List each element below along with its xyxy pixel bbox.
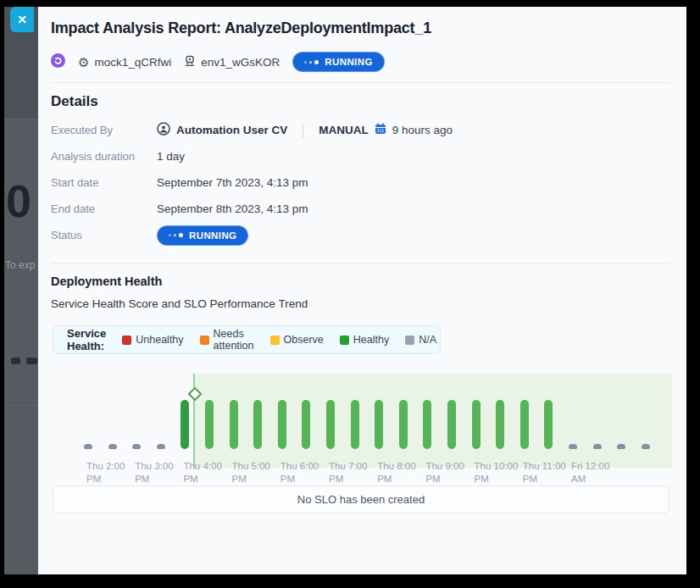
x-axis-tick-label: Thu 5:00PM <box>232 460 270 485</box>
chart-bar[interactable] <box>399 400 408 449</box>
chart-bar[interactable] <box>157 444 165 449</box>
status-badge: RUNNING <box>157 225 248 246</box>
chart-bar[interactable] <box>472 400 481 449</box>
x-axis-tick-label: Thu 9:00PM <box>425 460 464 485</box>
legend-label: Unhealthy <box>136 334 183 346</box>
chart-bar[interactable] <box>205 400 214 449</box>
executed-by-row: Executed By Automation User CV MANUAL <box>51 117 593 143</box>
duration-value: 1 day <box>157 150 185 163</box>
legend-item: Observe <box>270 334 324 346</box>
trigger-mode: MANUAL <box>319 124 369 136</box>
legend-item: Unhealthy <box>122 334 183 346</box>
legend-item: Healthy <box>340 334 389 346</box>
background-toolbar-shape <box>26 358 37 364</box>
x-axis-tick-label: Fri 12:00AM <box>571 460 609 485</box>
environment-name: env1_wGsKOR <box>201 56 280 69</box>
status-value: RUNNING <box>157 225 248 246</box>
background-partial-text: To exp <box>5 259 35 271</box>
chart-bar[interactable] <box>447 400 456 449</box>
x-axis-tick-label: Thu 7:00PM <box>329 460 367 485</box>
chart-bar[interactable] <box>520 400 529 449</box>
chart-bar[interactable] <box>617 444 625 449</box>
calendar-icon <box>375 123 386 137</box>
end-date-row: End date September 8th 2023, 4:13 pm <box>51 196 593 222</box>
legend-title: Service Health: <box>67 327 106 352</box>
value-separator <box>303 123 303 138</box>
status-badge: RUNNING <box>292 52 384 72</box>
environment-meta-item: env1_wGsKOR <box>184 55 280 69</box>
background-toolbar-shape <box>11 358 20 364</box>
legend-item: Needs attention <box>200 328 254 352</box>
chart-bar[interactable] <box>593 444 602 449</box>
status-badge-label: RUNNING <box>189 230 236 241</box>
legend-swatch-icon <box>340 336 349 345</box>
status-label: Status <box>51 229 157 241</box>
chart-bar[interactable] <box>181 400 189 449</box>
x-axis-tick-label: Thu 11:00PM <box>523 460 566 485</box>
chart-bar[interactable] <box>326 400 335 449</box>
report-meta-row: ⚙ mock1_qCRfwi env1_wGsKOR RUNNING <box>51 51 385 73</box>
chart-subtitle: Service Health Score and SLO Performance… <box>51 297 308 310</box>
chart-bar[interactable] <box>423 400 431 449</box>
x-axis-tick-label: Thu 3:00PM <box>135 460 173 485</box>
chart-bar[interactable] <box>253 400 262 449</box>
start-date-row: Start date September 7th 2023, 4:13 pm <box>51 169 593 196</box>
page-title: Impact Analysis Report: AnalyzeDeploymen… <box>51 19 431 37</box>
duration-label: Analysis duration <box>51 150 157 163</box>
service-health-legend: Service Health: UnhealthyNeeds attention… <box>53 325 441 354</box>
workflow-meta-item: ⚙ mock1_qCRfwi <box>78 56 171 69</box>
environment-icon <box>184 55 196 69</box>
background-metric-number: 0 <box>6 175 31 227</box>
executed-by-value: Automation User CV MANUAL 9 hours ago <box>157 122 453 138</box>
impact-analysis-drawer: Impact Analysis Report: AnalyzeDeploymen… <box>38 7 686 574</box>
legend-label: Observe <box>284 334 324 346</box>
details-table: Executed By Automation User CV MANUAL <box>51 117 593 248</box>
gear-icon: ⚙ <box>78 56 89 69</box>
slo-empty-state: No SLO has been created <box>53 485 669 513</box>
running-dots-icon <box>169 233 183 237</box>
user-icon <box>157 122 170 138</box>
start-date-value: September 7th 2023, 4:13 pm <box>157 176 308 189</box>
end-date-value: September 8th 2023, 4:13 pm <box>157 202 308 215</box>
chart-bar[interactable] <box>544 400 553 449</box>
close-icon: ✕ <box>17 13 27 26</box>
slo-empty-message: No SLO has been created <box>297 493 425 506</box>
header-divider <box>51 82 671 83</box>
start-date-label: Start date <box>51 176 157 189</box>
workflow-app-icon <box>51 53 65 71</box>
legend-label: Healthy <box>353 334 389 346</box>
chart-bar[interactable] <box>496 400 504 449</box>
legend-swatch-icon <box>122 336 131 345</box>
executed-time: 9 hours ago <box>392 124 453 136</box>
duration-row: Analysis duration 1 day <box>51 143 593 169</box>
x-axis-tick-label: Thu 10:00PM <box>475 460 519 485</box>
dimmed-background-page: 0 To exp <box>4 7 38 574</box>
chart-bar[interactable] <box>84 444 92 449</box>
running-dots-icon <box>304 60 319 64</box>
legend-label: N/A <box>419 334 436 346</box>
legend-swatch-icon <box>270 336 280 345</box>
deployment-health-heading: Deployment Health <box>51 275 162 288</box>
legend-swatch-icon <box>405 336 414 345</box>
x-axis-tick-label: Thu 2:00PM <box>86 460 125 485</box>
chart-bar[interactable] <box>302 400 310 449</box>
chart-bar[interactable] <box>278 400 286 449</box>
chart-bar[interactable] <box>351 400 359 449</box>
chart-bar[interactable] <box>230 400 238 449</box>
x-axis-tick-label: Thu 8:00PM <box>377 460 415 485</box>
executed-by-user: Automation User CV <box>176 124 287 136</box>
close-button[interactable]: ✕ <box>10 7 34 32</box>
section-divider <box>51 263 671 263</box>
end-date-label: End date <box>51 202 157 215</box>
chart-bar[interactable] <box>642 444 650 449</box>
health-chart: Thu 2:00PMThu 3:00PMThu 4:00PMThu 5:00PM… <box>51 363 678 488</box>
x-axis-tick-label: Thu 4:00PM <box>183 460 221 485</box>
legend-swatch-icon <box>200 336 209 345</box>
chart-bar[interactable] <box>375 400 383 449</box>
x-axis-tick-label: Thu 6:00PM <box>281 460 319 485</box>
chart-bar[interactable] <box>132 444 141 449</box>
post-deployment-highlight-region <box>194 374 672 468</box>
status-badge-label: RUNNING <box>325 57 372 67</box>
chart-bar[interactable] <box>569 444 577 449</box>
chart-bar[interactable] <box>108 444 117 449</box>
